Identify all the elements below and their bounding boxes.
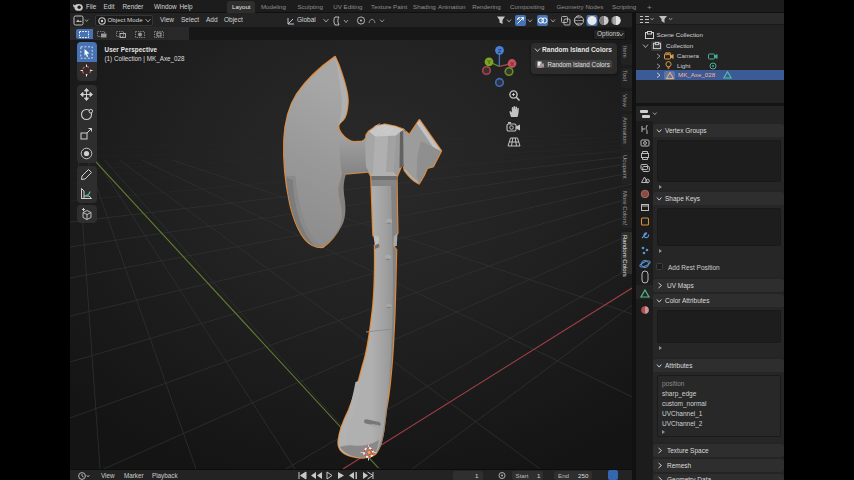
svg-text:Z: Z xyxy=(498,48,502,54)
svg-text:Y: Y xyxy=(487,59,491,65)
svg-text:X: X xyxy=(510,61,514,67)
